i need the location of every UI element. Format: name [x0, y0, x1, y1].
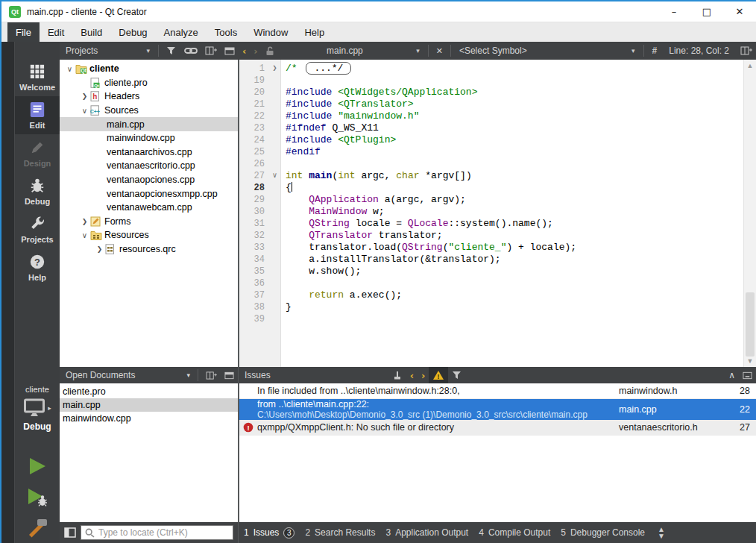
code-token: <QtWidgets/QApplication>	[338, 87, 477, 98]
menu-build[interactable]: Build	[72, 22, 110, 42]
tree-item[interactable]: ∨Resources	[60, 228, 238, 242]
debug-run-button[interactable]	[26, 487, 48, 508]
go-back-button[interactable]: ‹	[239, 42, 250, 60]
open-document-item[interactable]: main.cpp	[60, 398, 238, 412]
mode-help[interactable]: ?Help	[15, 248, 60, 286]
toggle-sidebar-button[interactable]	[64, 527, 76, 538]
tree-collapsed-arrow-icon[interactable]: ❯	[79, 218, 90, 225]
issue-row[interactable]: In file included from ..\cliente\mainwin…	[239, 383, 756, 399]
tree-item[interactable]: ❯resources.qrc	[60, 242, 238, 257]
tree-item[interactable]: mainwindow.cpp	[60, 131, 238, 145]
tree-expanded-arrow-icon[interactable]: ∨	[79, 107, 90, 115]
issue-row[interactable]: from ..\cliente\main.cpp:22:C:\Users\moh…	[239, 399, 756, 420]
tree-item[interactable]: ventanaarchivos.cpp	[60, 145, 238, 160]
fold-column-cell	[269, 206, 280, 218]
output-tab-application-output[interactable]: 3Application Output	[380, 522, 473, 543]
show-warnings-toggle[interactable]: !	[429, 367, 448, 383]
svg-text:Qt: Qt	[81, 69, 86, 75]
code-editor[interactable]: 1192021222324252627282930313233343536373…	[239, 60, 756, 367]
output-tab-search-results[interactable]: 2Search Results	[300, 522, 380, 543]
tree-item[interactable]: ∨C++Sources	[60, 104, 238, 118]
tree-item[interactable]: Qtcliente.pro	[60, 76, 238, 90]
mode-edit[interactable]: Edit	[15, 96, 60, 134]
split-button[interactable]	[201, 42, 221, 60]
maximize-output-pane-button[interactable]: ▲▼	[658, 526, 665, 539]
fold-column-cell	[269, 289, 280, 301]
svg-text:!: !	[247, 424, 249, 432]
close-issues-panel-button[interactable]	[739, 367, 756, 383]
scrollbar-thumb[interactable]	[746, 292, 755, 357]
editor-scrollbar[interactable]: ▲ ▼	[743, 60, 756, 367]
scroll-down-arrow-icon[interactable]: ▼	[744, 357, 756, 365]
symbol-selector-dropdown[interactable]: <Select Symbol> ▾	[455, 45, 640, 56]
tree-item[interactable]: ❯hHeaders	[60, 90, 238, 104]
fold-collapsed-icon[interactable]: ❯	[269, 63, 280, 75]
tree-collapsed-arrow-icon[interactable]: ❯	[79, 92, 90, 100]
line-number: 38	[239, 301, 269, 313]
open-document-item[interactable]: mainwindow.cpp	[60, 412, 238, 425]
maximize-button[interactable]: □	[690, 1, 723, 22]
mode-welcome[interactable]: Welcome	[15, 58, 60, 96]
split-editor-button[interactable]	[737, 42, 756, 60]
tree-item-label: ventanawebcam.cpp	[105, 202, 192, 213]
fold-expanded-icon[interactable]: ∨	[269, 170, 280, 182]
clean-issues-button[interactable]	[388, 367, 406, 383]
go-forward-button[interactable]: ›	[250, 42, 261, 60]
output-tab-issues[interactable]: 1Issues3	[239, 522, 300, 543]
close-button[interactable]: ✕	[723, 1, 756, 22]
menu-edit[interactable]: Edit	[40, 22, 72, 42]
run-button[interactable]	[27, 456, 48, 477]
mode-debug[interactable]: Debug	[15, 172, 60, 210]
menu-file[interactable]: File	[7, 22, 40, 42]
scroll-up-arrow-icon[interactable]: ▲	[744, 62, 756, 69]
tree-item[interactable]: ventanawebcam.cpp	[60, 201, 238, 215]
previous-issue-button[interactable]: ‹	[406, 367, 418, 383]
tree-collapsed-arrow-icon[interactable]: ❯	[94, 245, 105, 253]
filter-issues-button[interactable]	[448, 367, 466, 383]
open-document-dropdown[interactable]: main.cpp ▾	[278, 45, 424, 56]
next-issue-button[interactable]: ›	[418, 367, 429, 383]
code-fold-column[interactable]: ❯∨	[269, 60, 281, 367]
pane-selector-dropdown[interactable]: Projects	[60, 45, 104, 56]
open-document-item[interactable]: cliente.pro	[60, 385, 238, 398]
tree-item[interactable]: ventanaopcionesxmpp.cpp	[60, 186, 238, 201]
minimize-button[interactable]: –	[658, 1, 690, 22]
current-document-label: main.cpp	[278, 45, 412, 56]
link-with-editor-button[interactable]	[180, 42, 201, 60]
issue-row[interactable]: !qxmpp/QXmppClient.h: No such file or di…	[239, 420, 756, 436]
filter-tree-button[interactable]	[163, 42, 180, 60]
close-document-button[interactable]: ✕	[432, 42, 447, 60]
tree-item[interactable]: ❯Forms	[60, 215, 238, 229]
open-documents-dropdown-caret-icon[interactable]: ▾	[183, 367, 194, 383]
code-text-area[interactable]: /* ...*/#include <QtWidgets/QApplication…	[281, 60, 743, 367]
tree-expanded-arrow-icon[interactable]: ∨	[79, 231, 90, 239]
open-documents-close-button[interactable]	[221, 367, 238, 383]
tree-expanded-arrow-icon[interactable]: ∨	[64, 65, 75, 73]
error-icon: !	[239, 422, 257, 433]
tree-item[interactable]: ventanaescritorio.cpp	[60, 159, 238, 173]
line-number-toggle-icon[interactable]: #	[648, 45, 662, 56]
file-lock-icon	[262, 42, 278, 60]
output-tab-debugger-console[interactable]: 5Debugger Console	[555, 522, 650, 543]
open-documents-split-button[interactable]	[202, 367, 221, 383]
locator-input[interactable]: Type to locate (Ctrl+K)	[81, 525, 233, 540]
folded-comment-badge[interactable]: ...*/	[306, 62, 351, 75]
code-token: #include	[286, 98, 338, 110]
menu-analyze[interactable]: Analyze	[156, 22, 207, 42]
build-hammer-button[interactable]	[26, 518, 48, 539]
menu-help[interactable]: Help	[296, 22, 333, 42]
menu-tools[interactable]: Tools	[207, 22, 245, 42]
tree-item[interactable]: ∨Qtcliente	[60, 62, 238, 76]
output-tab-compile-output[interactable]: 4Compile Output	[473, 522, 555, 543]
fold-column-cell	[269, 277, 280, 289]
mode-projects[interactable]: Projects	[15, 210, 60, 248]
build-target-selector[interactable]: cliente ▸ Debug	[15, 385, 60, 432]
fold-column-cell	[269, 98, 280, 110]
close-pane-button[interactable]	[221, 42, 239, 60]
collapse-panel-button[interactable]: ∧	[725, 367, 739, 383]
menu-window[interactable]: Window	[245, 22, 296, 42]
tree-item[interactable]: main.cpp	[60, 117, 238, 131]
pane-selector-caret-icon[interactable]: ▾	[142, 47, 154, 54]
tree-item[interactable]: ventanaopciones.cpp	[60, 173, 238, 187]
menu-debug[interactable]: Debug	[110, 22, 155, 42]
